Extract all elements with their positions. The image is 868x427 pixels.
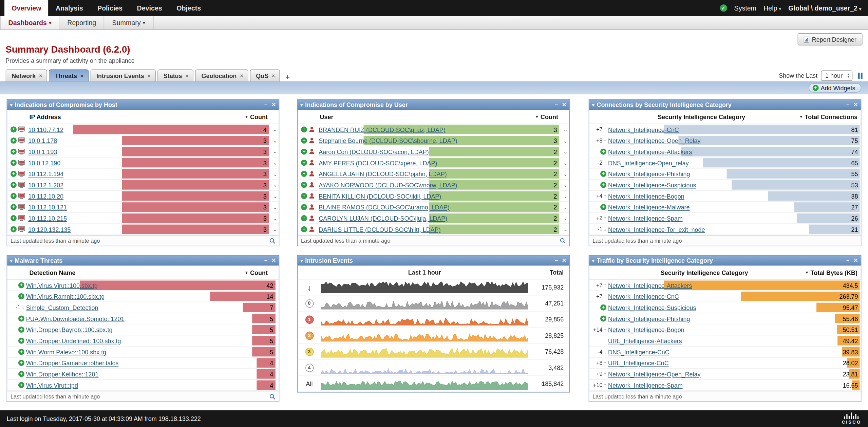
search-icon[interactable] xyxy=(560,238,566,244)
nav-objects[interactable]: Objects xyxy=(169,0,208,16)
close-icon[interactable]: ✕ xyxy=(853,257,858,263)
report-designer-button[interactable]: Report Designer xyxy=(797,33,862,45)
close-icon[interactable]: ✕ xyxy=(853,101,858,108)
nav-system[interactable]: System xyxy=(734,4,756,12)
si-category-link[interactable]: Network_Intelligence-CnC xyxy=(608,293,679,300)
row-expand-chevron-icon[interactable]: ⌄ xyxy=(273,202,277,213)
column-header[interactable]: Detection Name xyxy=(7,269,75,276)
row-expand-chevron-icon[interactable]: ⌄ xyxy=(563,202,567,213)
subnav-dashboards[interactable]: Dashboards▾ xyxy=(0,16,59,29)
detection-name-link[interactable]: Win.Dropper.Bayrob::100.sbx.tg xyxy=(26,326,113,333)
user-account-menu[interactable]: Global \ demo_user_2▾ xyxy=(788,4,861,12)
user-link[interactable]: ANGELLA JAHN (DCLOUD-SOC\pjahn, LDAP) xyxy=(319,170,447,177)
user-link[interactable]: DARIUS LITTLE (DCLOUD-SOC\hlitt, LDAP) xyxy=(319,226,440,233)
expand-icon[interactable]: + xyxy=(301,215,307,221)
expand-icon[interactable]: + xyxy=(11,171,17,177)
row-expand-chevron-icon[interactable]: ⌄ xyxy=(563,124,567,135)
expand-icon[interactable]: + xyxy=(18,349,24,355)
collapse-icon[interactable]: ▾ xyxy=(10,258,12,263)
column-header[interactable]: User xyxy=(298,113,333,120)
si-category-link[interactable]: Network_Intelligence-Spam xyxy=(608,382,683,389)
row-expand-chevron-icon[interactable]: ⌄ xyxy=(273,146,277,157)
expand-icon[interactable]: + xyxy=(18,338,24,344)
expand-icon[interactable]: + xyxy=(600,315,606,321)
host-ip-link[interactable]: 10.112.1.194 xyxy=(28,170,63,177)
dashboard-tab-qos[interactable]: QoS× xyxy=(250,69,280,81)
expand-icon[interactable]: + xyxy=(11,149,17,155)
minimize-icon[interactable]: − xyxy=(846,101,850,108)
user-link[interactable]: BENITA KILLION (DCLOUD-SOC\ikill, LDAP) xyxy=(319,193,441,200)
expand-icon[interactable]: + xyxy=(600,204,606,210)
expand-icon[interactable]: + xyxy=(11,126,17,132)
widget-header[interactable]: ▾ Indications of Compromise by Host −✕ xyxy=(7,100,279,110)
row-expand-chevron-icon[interactable]: ⌄ xyxy=(273,180,277,191)
user-link[interactable]: Stephanie Bourne (DCLOUD-SOC\sbourne, LD… xyxy=(319,137,457,144)
row-expand-chevron-icon[interactable]: ⌄ xyxy=(273,224,277,235)
expand-icon[interactable]: + xyxy=(301,160,307,166)
expand-icon[interactable]: + xyxy=(18,371,24,377)
minimize-icon[interactable]: − xyxy=(555,257,558,263)
expand-icon[interactable]: + xyxy=(600,182,606,188)
nav-devices[interactable]: Devices xyxy=(130,0,169,16)
host-ip-link[interactable]: 10.0.1.178 xyxy=(28,137,57,144)
detection-name-link[interactable]: Win.Dropper.Kelihos::1201 xyxy=(26,371,99,377)
tab-close-icon[interactable]: × xyxy=(148,73,151,79)
row-expand-chevron-icon[interactable]: ⌄ xyxy=(273,191,277,202)
si-category-link[interactable]: Network_Intelligence-Bogon xyxy=(608,193,684,200)
si-category-link[interactable]: DNS_Intelligence-Open_relay xyxy=(608,160,689,166)
si-category-link[interactable]: Network_Intelligence-Tor_exit_node xyxy=(608,226,705,233)
dashboard-tab-threats[interactable]: Threats× xyxy=(49,69,89,81)
si-category-link[interactable]: Network_Intelligence-Malware xyxy=(608,204,690,210)
user-link[interactable]: AMY PERES (DCLOUD-SOC\xpere, LDAP) xyxy=(319,160,437,166)
collapse-icon[interactable]: ▾ xyxy=(592,258,595,263)
pause-button[interactable] xyxy=(858,72,863,78)
collapse-icon[interactable]: ▾ xyxy=(592,102,595,107)
host-ip-link[interactable]: 10.0.1.193 xyxy=(28,148,57,155)
host-ip-link[interactable]: 10.112.10.215 xyxy=(28,215,67,222)
dashboard-tab-geolocation[interactable]: Geolocation× xyxy=(195,69,248,81)
column-header-sorted[interactable]: ▼Total Connections xyxy=(799,113,861,120)
expand-icon[interactable]: + xyxy=(11,182,17,188)
column-header-sorted[interactable]: ▼Count xyxy=(535,113,569,120)
detection-name-link[interactable]: Win.Virus.Virut::100.sbx.tg xyxy=(26,282,98,289)
row-expand-chevron-icon[interactable]: ⌄ xyxy=(563,191,567,202)
expand-icon[interactable]: + xyxy=(18,327,24,333)
column-header-sorted[interactable]: ▼Total Bytes (KB) xyxy=(805,269,861,276)
nav-help[interactable]: Help▾ xyxy=(763,4,781,12)
column-header[interactable]: Security Intelligence Category xyxy=(589,269,805,276)
user-link[interactable]: AYAKO NORWOOD (DCLOUD-SOC\vnorw, LDAP) xyxy=(319,182,457,188)
collapse-icon[interactable]: ▾ xyxy=(300,102,303,107)
search-icon[interactable] xyxy=(269,238,276,244)
si-category-link[interactable]: URL_Intelligence-CnC xyxy=(608,359,669,366)
time-range-select[interactable]: 1 hour ▲▼ xyxy=(821,70,852,81)
minimize-icon[interactable]: − xyxy=(555,101,558,108)
widget-header[interactable]: ▾ Indications of Compromise by User −✕ xyxy=(298,100,569,110)
expand-icon[interactable]: + xyxy=(301,137,307,144)
search-icon[interactable] xyxy=(269,393,276,400)
minimize-icon[interactable]: − xyxy=(846,257,850,263)
detection-name-link[interactable]: Win.Virus.Ramnit::100.sbx.tg xyxy=(26,293,105,300)
expand-icon[interactable]: + xyxy=(11,226,17,232)
collapse-icon[interactable]: ▾ xyxy=(300,258,303,263)
detection-name-link[interactable]: Simple_Custom_Detection xyxy=(26,304,98,311)
detection-name-link[interactable]: Win.Worm.Palevo::100.sbx.tg xyxy=(26,349,106,355)
row-expand-chevron-icon[interactable]: ⌄ xyxy=(273,124,277,135)
row-expand-chevron-icon[interactable]: ⌄ xyxy=(273,213,277,224)
add-widgets-button[interactable]: + Add Widgets xyxy=(809,83,862,93)
expand-icon[interactable]: + xyxy=(11,160,17,166)
expand-icon[interactable]: + xyxy=(301,193,307,199)
row-expand-chevron-icon[interactable]: ⌄ xyxy=(563,157,567,169)
widget-header[interactable]: ▾ Intrusion Events −✕ xyxy=(298,256,569,265)
detection-name-link[interactable]: PUA.Win.Downloader.Somoto::1201 xyxy=(26,315,125,322)
si-category-link[interactable]: Network_Intelligence-Attackers xyxy=(608,282,692,289)
detection-name-link[interactable]: Win.Virus.Virut::tpd xyxy=(26,382,78,389)
tab-close-icon[interactable]: × xyxy=(39,73,42,79)
si-category-link[interactable]: Network_Intelligence-Suspicious xyxy=(608,304,696,311)
dashboard-tab-intrusion-events[interactable]: Intrusion Events× xyxy=(90,69,156,81)
add-tab-button[interactable]: + xyxy=(282,73,294,82)
close-icon[interactable]: ✕ xyxy=(562,257,567,263)
row-expand-chevron-icon[interactable]: ⌄ xyxy=(563,135,567,147)
column-header[interactable]: IP Address xyxy=(7,113,61,120)
close-icon[interactable]: ✕ xyxy=(271,257,276,263)
row-expand-chevron-icon[interactable]: ⌄ xyxy=(563,213,567,224)
